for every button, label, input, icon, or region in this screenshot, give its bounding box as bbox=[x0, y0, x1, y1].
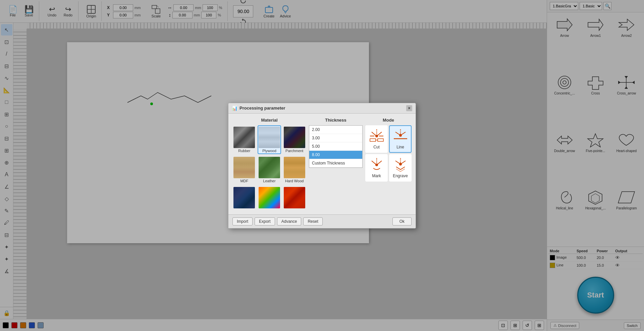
leather-thumbnail bbox=[259, 157, 280, 178]
modal-title-icon: 📊 bbox=[232, 106, 237, 111]
mode-section: Mode bbox=[365, 118, 412, 210]
export-button[interactable]: Export bbox=[255, 217, 275, 225]
material-parchment[interactable]: Parchment bbox=[282, 125, 306, 154]
thickness-title: Thickness bbox=[309, 118, 363, 123]
fabric3-thumbnail bbox=[284, 187, 305, 208]
modal-overlay: 📊 Processing parameter × Material Rubber bbox=[0, 0, 644, 331]
mark-label: Mark bbox=[372, 174, 381, 178]
material-title: Material bbox=[232, 118, 306, 123]
mode-cut[interactable]: Cut bbox=[365, 125, 388, 153]
thickness-list: 2.00 3.00 5.00 8.00 Custom Thickness bbox=[309, 125, 363, 168]
engrave-label: Engrave bbox=[393, 174, 408, 178]
thickness-8[interactable]: 8.00 bbox=[309, 151, 362, 159]
thickness-5[interactable]: 5.00 bbox=[309, 142, 362, 151]
leather-label: Leather bbox=[263, 179, 275, 183]
line-label: Line bbox=[396, 145, 404, 149]
processing-parameter-modal: 📊 Processing parameter × Material Rubber bbox=[228, 103, 416, 228]
modal-body: Material Rubber Plywood Parchment bbox=[228, 114, 416, 214]
modal-titlebar: 📊 Processing parameter × bbox=[228, 103, 416, 114]
svg-line-49 bbox=[401, 161, 406, 163]
material-fabric1[interactable] bbox=[232, 186, 256, 210]
reset-button[interactable]: Reset bbox=[303, 217, 322, 225]
material-plywood[interactable]: Plywood bbox=[258, 125, 281, 154]
hardwood-label: Hard Wood bbox=[285, 179, 304, 183]
fabric1-thumbnail bbox=[233, 187, 255, 208]
rubber-label: Rubber bbox=[238, 149, 250, 153]
cut-label: Cut bbox=[373, 145, 380, 149]
mode-line[interactable]: Line bbox=[389, 125, 412, 153]
svg-line-44 bbox=[372, 161, 376, 164]
rubber-thumbnail bbox=[233, 127, 255, 148]
fabric2-thumbnail bbox=[259, 187, 280, 208]
engrave-icon bbox=[392, 157, 409, 172]
material-hardwood[interactable]: Hard Wood bbox=[282, 155, 306, 184]
material-mdf[interactable]: MDF bbox=[232, 155, 256, 184]
svg-rect-35 bbox=[378, 139, 383, 141]
cut-icon bbox=[368, 129, 385, 143]
mode-title: Mode bbox=[365, 118, 412, 123]
svg-line-48 bbox=[395, 161, 399, 163]
modal-title: 📊 Processing parameter bbox=[232, 106, 285, 111]
svg-line-31 bbox=[378, 132, 382, 135]
svg-line-30 bbox=[372, 132, 376, 135]
ok-button[interactable]: Ok bbox=[392, 217, 412, 225]
svg-rect-34 bbox=[370, 139, 376, 141]
thickness-section: Thickness 2.00 3.00 5.00 8.00 Custom Thi… bbox=[309, 118, 363, 210]
advance-button[interactable]: Advance bbox=[277, 217, 302, 225]
material-fabric3[interactable] bbox=[282, 186, 306, 210]
material-rubber[interactable]: Rubber bbox=[232, 125, 256, 154]
material-fabric2[interactable] bbox=[258, 186, 281, 210]
thickness-2[interactable]: 2.00 bbox=[309, 126, 362, 134]
mode-engrave[interactable]: Engrave bbox=[389, 154, 412, 182]
material-leather[interactable]: Leather bbox=[258, 155, 281, 184]
mark-icon bbox=[368, 157, 385, 172]
mdf-label: MDF bbox=[240, 179, 248, 183]
modal-footer: Import Export Advance Reset Ok bbox=[228, 214, 416, 228]
svg-line-39 bbox=[395, 132, 399, 135]
modal-footer-left: Import Export Advance Reset bbox=[232, 217, 323, 225]
mdf-thumbnail bbox=[233, 157, 255, 178]
line-icon bbox=[392, 129, 409, 143]
parchment-thumbnail bbox=[284, 127, 305, 148]
thickness-custom[interactable]: Custom Thickness bbox=[309, 159, 362, 168]
plywood-label: Plywood bbox=[262, 149, 276, 153]
import-button[interactable]: Import bbox=[232, 217, 253, 225]
svg-line-45 bbox=[378, 161, 382, 164]
materials-grid: Rubber Plywood Parchment MDF bbox=[232, 125, 306, 210]
material-section: Material Rubber Plywood Parchment bbox=[232, 118, 306, 210]
hardwood-thumbnail bbox=[284, 157, 305, 178]
mode-mark[interactable]: Mark bbox=[365, 154, 388, 182]
mode-grid: Cut Line bbox=[365, 125, 412, 182]
modal-close-button[interactable]: × bbox=[406, 105, 412, 111]
svg-line-40 bbox=[401, 132, 406, 135]
plywood-thumbnail bbox=[259, 127, 280, 148]
thickness-3[interactable]: 3.00 bbox=[309, 134, 362, 142]
parchment-label: Parchment bbox=[285, 149, 303, 153]
